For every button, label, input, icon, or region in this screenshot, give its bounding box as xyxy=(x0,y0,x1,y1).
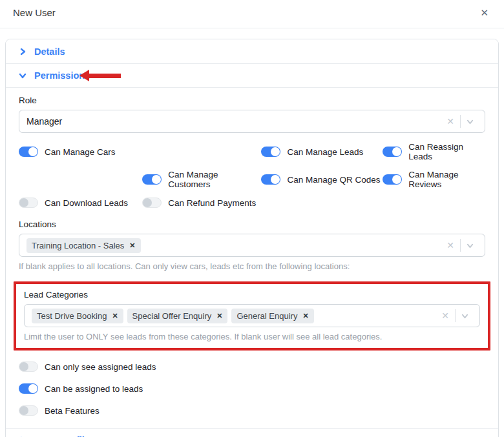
locations-select[interactable]: Training Location - Sales✕ ✕ xyxy=(19,234,485,257)
toggle-item: Can be assigned to leads xyxy=(19,381,485,396)
tag-label: Training Location - Sales xyxy=(32,241,124,250)
toggle-label: Can Manage Leads xyxy=(287,147,363,157)
section-label: Permissions xyxy=(34,70,90,81)
toggle-switch-on[interactable] xyxy=(383,174,402,185)
toggle-switch-on[interactable] xyxy=(261,174,280,185)
toggle-label: Can Manage Cars xyxy=(45,147,116,157)
toggle-switch-on[interactable] xyxy=(19,383,38,394)
chevron-right-icon xyxy=(19,48,26,56)
toggle-switch-off[interactable] xyxy=(19,198,38,208)
section-team-profile[interactable]: Team Profile xyxy=(6,428,498,437)
selected-tag: Special Offer Enquiry✕ xyxy=(127,309,228,323)
toggle-item: Beta Features xyxy=(19,403,485,418)
permissions-body: Role Manager ✕ Can Manage CarsCan Manage… xyxy=(6,87,498,428)
toggle-item: Can Download Leads xyxy=(19,198,142,208)
clear-icon[interactable]: ✕ xyxy=(441,240,460,250)
toggle-item: Can Manage Leads xyxy=(261,142,383,161)
lead-categories-tags: Test Drive Booking✕Special Offer Enquiry… xyxy=(32,309,436,323)
toggle-label: Can Reassign Leads xyxy=(408,142,485,161)
close-icon[interactable]: ✕ xyxy=(478,6,491,19)
section-details[interactable]: Details xyxy=(6,39,498,63)
chevron-down-icon xyxy=(19,72,26,79)
role-value: Manager xyxy=(26,116,441,127)
toggle-switch-on[interactable] xyxy=(261,147,280,157)
section-label: Details xyxy=(34,46,65,57)
role-label: Role xyxy=(19,96,485,105)
toggle-label: Can Manage Customers xyxy=(168,170,261,189)
toggle-switch-off[interactable] xyxy=(19,405,38,416)
toggle-label: Can only see assigned leads xyxy=(45,362,156,372)
tag-label: General Enquiry xyxy=(236,311,297,321)
selected-tag: Training Location - Sales✕ xyxy=(26,238,141,253)
toggle-switch-on[interactable] xyxy=(19,147,38,157)
accordion-panel: Details Permissions Role Manager ✕ Can M… xyxy=(5,39,499,437)
section-permissions[interactable]: Permissions xyxy=(6,63,498,87)
toggle-label: Can Manage QR Codes xyxy=(287,175,380,185)
tag-remove-icon[interactable]: ✕ xyxy=(302,312,308,320)
clear-icon[interactable]: ✕ xyxy=(436,310,455,321)
locations-help-text: If blank applies to all locations. Can o… xyxy=(19,261,485,271)
lead-categories-label: Lead Categories xyxy=(24,290,480,300)
lead-categories-select[interactable]: Test Drive Booking✕Special Offer Enquiry… xyxy=(24,304,480,327)
toggle-switch-off[interactable] xyxy=(19,361,38,372)
role-select[interactable]: Manager ✕ xyxy=(19,110,485,133)
annotation-rectangle: Lead Categories Test Drive Booking✕Speci… xyxy=(14,281,490,351)
selected-tag: General Enquiry✕ xyxy=(231,309,313,323)
toggle-item: Can Reassign Leads xyxy=(383,142,485,161)
locations-label: Locations xyxy=(19,219,485,229)
bottom-toggle-list: Can only see assigned leadsCan be assign… xyxy=(19,360,485,418)
toggle-item: Can Manage Cars xyxy=(19,142,142,161)
lead-categories-help-text: Limit the user to ONLY see leads from th… xyxy=(24,332,480,341)
toggle-switch-off[interactable] xyxy=(142,198,162,208)
toggle-label: Can be assigned to leads xyxy=(45,384,143,394)
clear-icon[interactable]: ✕ xyxy=(441,116,460,127)
selected-tag: Test Drive Booking✕ xyxy=(32,309,123,323)
toggle-label: Can Manage Reviews xyxy=(408,170,485,189)
tag-label: Test Drive Booking xyxy=(37,311,107,321)
toggle-item: Can only see assigned leads xyxy=(19,360,485,374)
tag-remove-icon[interactable]: ✕ xyxy=(112,312,118,320)
tag-label: Special Offer Enquiry xyxy=(132,311,212,321)
toggle-item: Can Manage QR Codes xyxy=(261,170,383,189)
toggle-label: Beta Features xyxy=(45,406,100,416)
toggle-switch-on[interactable] xyxy=(142,174,162,185)
tag-remove-icon[interactable]: ✕ xyxy=(216,312,222,320)
modal-header: New User ✕ xyxy=(0,0,504,28)
permissions-toggle-grid: Can Manage CarsCan Manage LeadsCan Reass… xyxy=(19,142,485,208)
tag-remove-icon[interactable]: ✕ xyxy=(129,241,135,250)
toggle-switch-on[interactable] xyxy=(383,147,402,157)
modal-title: New User xyxy=(13,7,56,18)
toggle-item: Can Manage Customers xyxy=(142,170,261,189)
toggle-item: Can Refund Payments xyxy=(142,198,261,208)
chevron-down-icon[interactable] xyxy=(461,118,479,125)
chevron-down-icon[interactable] xyxy=(461,242,479,249)
locations-tags: Training Location - Sales✕ xyxy=(26,238,441,253)
toggle-item: Can Manage Reviews xyxy=(383,170,485,189)
toggle-label: Can Download Leads xyxy=(45,198,128,208)
chevron-down-icon[interactable] xyxy=(456,312,474,320)
toggle-label: Can Refund Payments xyxy=(168,198,256,208)
